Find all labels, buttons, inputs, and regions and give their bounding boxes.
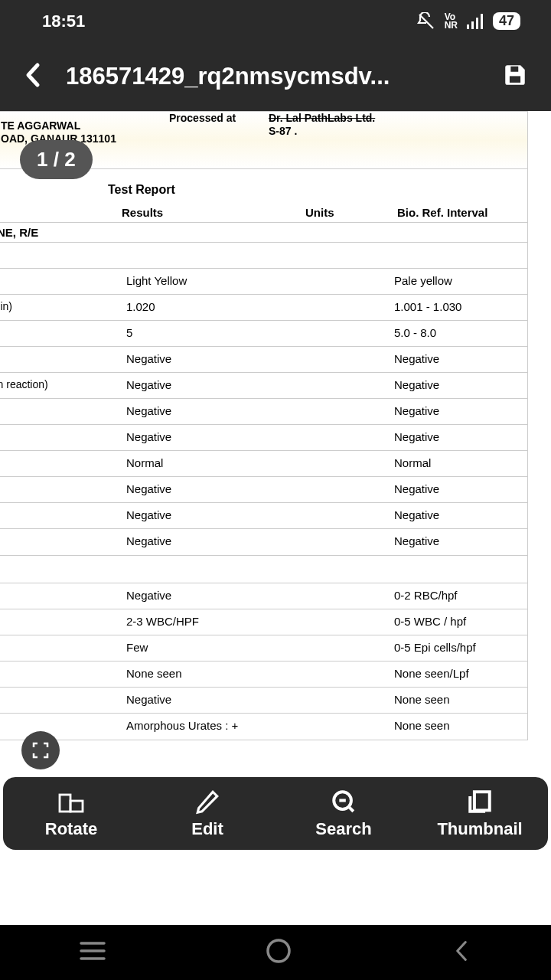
cell-results: Negative bbox=[122, 503, 305, 529]
app-header: 186571429_rq2nmsycmsdv... bbox=[0, 42, 551, 111]
processed-value: Dr. Lal PathLabs Ltd. bbox=[269, 112, 375, 125]
fullscreen-button[interactable] bbox=[21, 731, 60, 769]
table-row: gen reaction)NegativeNegative bbox=[0, 373, 527, 399]
cell-units bbox=[305, 295, 390, 321]
cell-results: Negative bbox=[122, 425, 305, 451]
cell-name bbox=[0, 688, 122, 714]
cell-units bbox=[305, 503, 390, 529]
cell-ref: 5.0 - 8.0 bbox=[390, 321, 527, 347]
svg-rect-0 bbox=[467, 24, 469, 29]
cell-results: None seen bbox=[122, 662, 305, 688]
thumbnail-button[interactable]: Thumbnail bbox=[412, 777, 548, 850]
cell-name bbox=[0, 583, 122, 609]
signal-icon bbox=[467, 14, 484, 29]
processed-label: Processed at bbox=[169, 112, 236, 125]
status-icons: Vo NR 47 bbox=[417, 12, 520, 31]
svg-point-10 bbox=[268, 940, 289, 962]
cell-units bbox=[305, 399, 390, 425]
cell-ref: None seen bbox=[390, 688, 527, 714]
battery-level: 47 bbox=[493, 12, 520, 30]
cell-units bbox=[305, 635, 390, 662]
cell-ref: 0-5 WBC / hpf bbox=[390, 609, 527, 635]
cell-units bbox=[305, 373, 390, 399]
svg-rect-2 bbox=[476, 18, 478, 29]
status-time: 18:51 bbox=[42, 11, 85, 31]
thumbnail-label: Thumbnail bbox=[437, 819, 522, 839]
cell-units bbox=[305, 583, 390, 609]
cell-results: Few bbox=[122, 635, 305, 662]
column-headers: Results Units Bio. Ref. Interval bbox=[0, 206, 527, 222]
cell-ref: 0-5 Epi cells/hpf bbox=[390, 635, 527, 662]
network-type: Vo NR bbox=[445, 13, 458, 30]
rotate-label: Rotate bbox=[45, 819, 97, 839]
cell-name: gen reaction) bbox=[0, 373, 122, 399]
back-button[interactable] bbox=[23, 62, 43, 91]
table-row: NegativeNegative bbox=[0, 425, 527, 451]
cell-ref: Normal bbox=[390, 451, 527, 477]
cell-units bbox=[305, 451, 390, 477]
cell-units bbox=[305, 321, 390, 347]
save-button[interactable] bbox=[502, 62, 528, 91]
cell-ref: Negative bbox=[390, 529, 527, 555]
cell-ref: Pale yellow bbox=[390, 269, 527, 295]
cell-name bbox=[0, 609, 122, 635]
cell-ref: Negative bbox=[390, 503, 527, 529]
table-row: NegativeNegative bbox=[0, 503, 527, 529]
document-page: TE AGGARWAL OAD, GANAUR 131101 Processed… bbox=[0, 111, 528, 740]
status-bar: 18:51 Vo NR 47 bbox=[0, 0, 551, 42]
cell-ref: Negative bbox=[390, 425, 527, 451]
cell-units bbox=[305, 347, 390, 373]
page-indicator: 1 / 2 bbox=[20, 140, 93, 179]
cell-results: Negative bbox=[122, 399, 305, 425]
col-ref: Bio. Ref. Interval bbox=[397, 206, 527, 219]
document-title: 186571429_rq2nmsycmsdv... bbox=[66, 63, 479, 90]
table-row: None seenNone seen/Lpf bbox=[0, 662, 527, 688]
cell-results: Amorphous Urates : + bbox=[122, 714, 305, 740]
cell-ref: 0-2 RBC/hpf bbox=[390, 583, 527, 609]
edit-button[interactable]: Edit bbox=[139, 777, 276, 850]
svg-rect-5 bbox=[510, 67, 518, 72]
cell-ref: None seen bbox=[390, 714, 527, 740]
cell-name bbox=[0, 477, 122, 503]
home-button[interactable] bbox=[243, 930, 315, 975]
cell-name bbox=[0, 635, 122, 662]
cell-name: resin) bbox=[0, 295, 122, 321]
cell-units bbox=[305, 269, 390, 295]
document-viewport[interactable]: TE AGGARWAL OAD, GANAUR 131101 Processed… bbox=[0, 111, 551, 777]
search-label: Search bbox=[315, 819, 371, 839]
table-row: 2-3 WBC/HPF0-5 WBC / hpf bbox=[0, 609, 527, 635]
nav-back-button[interactable] bbox=[429, 932, 494, 973]
table-row: 55.0 - 8.0 bbox=[0, 321, 527, 347]
cell-name bbox=[0, 399, 122, 425]
cell-results: 1.020 bbox=[122, 295, 305, 321]
section-urine: RINE, R/E bbox=[0, 222, 527, 242]
system-nav-bar bbox=[0, 925, 551, 980]
table-row: NormalNormal bbox=[0, 451, 527, 477]
cell-name bbox=[0, 714, 122, 740]
search-button[interactable]: Search bbox=[276, 777, 412, 850]
table-row: NegativeNegative bbox=[0, 477, 527, 503]
cell-ref: Negative bbox=[390, 373, 527, 399]
svg-rect-6 bbox=[60, 795, 70, 812]
cell-ref: Negative bbox=[390, 399, 527, 425]
cell-name bbox=[0, 529, 122, 555]
edit-label: Edit bbox=[191, 819, 223, 839]
recent-apps-button[interactable] bbox=[57, 933, 129, 972]
cell-name bbox=[0, 425, 122, 451]
svg-rect-3 bbox=[481, 14, 483, 29]
svg-rect-9 bbox=[474, 792, 490, 810]
col-units: Units bbox=[305, 206, 397, 219]
cell-ref: Negative bbox=[390, 347, 527, 373]
cell-results: 5 bbox=[122, 321, 305, 347]
table-row: NegativeNegative bbox=[0, 399, 527, 425]
table-row: Negative0-2 RBC/hpf bbox=[0, 583, 527, 609]
cell-units bbox=[305, 609, 390, 635]
cell-ref: None seen/Lpf bbox=[390, 662, 527, 688]
cell-ref bbox=[390, 243, 527, 269]
cell-results: Normal bbox=[122, 451, 305, 477]
rotate-button[interactable]: Rotate bbox=[3, 777, 139, 850]
cell-units bbox=[305, 425, 390, 451]
cell-name bbox=[0, 662, 122, 688]
svg-rect-1 bbox=[471, 21, 474, 29]
table-row: NegativeNegative bbox=[0, 529, 527, 555]
